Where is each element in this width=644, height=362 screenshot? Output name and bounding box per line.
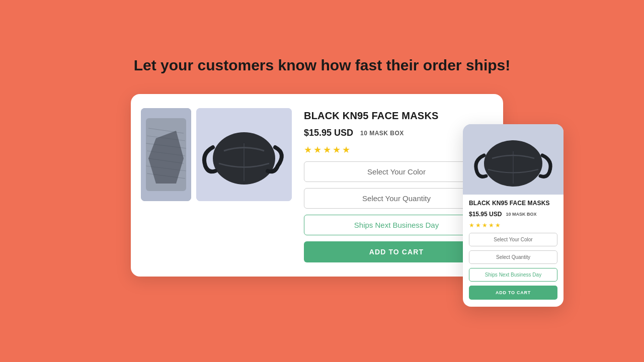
small-product-title: BLACK KN95 FACE MASKS	[469, 200, 557, 207]
star-4: ★	[333, 144, 341, 155]
small-star-4: ★	[489, 222, 494, 229]
small-product-price: $15.95 USD	[469, 211, 502, 218]
small-product-card: BLACK KN95 FACE MASKS $15.95 USD 10 MASK…	[463, 124, 564, 307]
small-price-row: $15.95 USD 10 MASK BOX	[469, 211, 557, 218]
small-star-rating: ★ ★ ★ ★ ★	[469, 222, 557, 229]
size-badge: 10 MASK BOX	[360, 130, 404, 137]
small-product-info: BLACK KN95 FACE MASKS $15.95 USD 10 MASK…	[463, 195, 564, 300]
price-row: $15.95 USD 10 MASK BOX	[304, 128, 489, 138]
star-rating: ★ ★ ★ ★ ★	[304, 144, 489, 155]
small-size-badge: 10 MASK BOX	[506, 212, 536, 217]
small-select-color-button[interactable]: Select Your Color	[469, 233, 557, 246]
ships-next-day-button[interactable]: Ships Next Business Day	[304, 215, 489, 235]
small-star-1: ★	[469, 222, 474, 229]
product-price: $15.95 USD	[304, 128, 353, 138]
large-product-card: BLACK KN95 FACE MASKS $15.95 USD 10 MASK…	[131, 94, 503, 277]
product-title: BLACK KN95 FACE MASKS	[304, 110, 489, 122]
star-1: ★	[304, 144, 312, 155]
select-color-button[interactable]: Select Your Color	[304, 161, 489, 182]
star-2: ★	[313, 144, 321, 155]
product-thumbnail-1[interactable]	[141, 108, 191, 201]
small-star-2: ★	[475, 222, 481, 229]
star-5: ★	[342, 144, 350, 155]
product-info: BLACK KN95 FACE MASKS $15.95 USD 10 MASK…	[304, 108, 489, 262]
add-to-cart-button[interactable]: ADD TO CART	[304, 241, 489, 262]
product-images	[141, 108, 292, 262]
small-star-3: ★	[482, 222, 488, 229]
small-select-quantity-button[interactable]: Select Quantity	[469, 250, 557, 264]
small-star-5: ★	[495, 222, 501, 229]
small-ships-next-day-button[interactable]: Ships Next Business Day	[469, 268, 557, 282]
star-3: ★	[323, 144, 331, 155]
cards-wrapper: BLACK KN95 FACE MASKS $15.95 USD 10 MASK…	[131, 94, 513, 305]
page-headline: Let your customers know how fast their o…	[134, 57, 510, 74]
small-product-image[interactable]	[463, 124, 564, 195]
product-thumbnail-2[interactable]	[196, 108, 292, 201]
small-add-to-cart-button[interactable]: ADD TO CART	[469, 286, 557, 300]
select-quantity-button[interactable]: Select Your Quantity	[304, 188, 489, 209]
